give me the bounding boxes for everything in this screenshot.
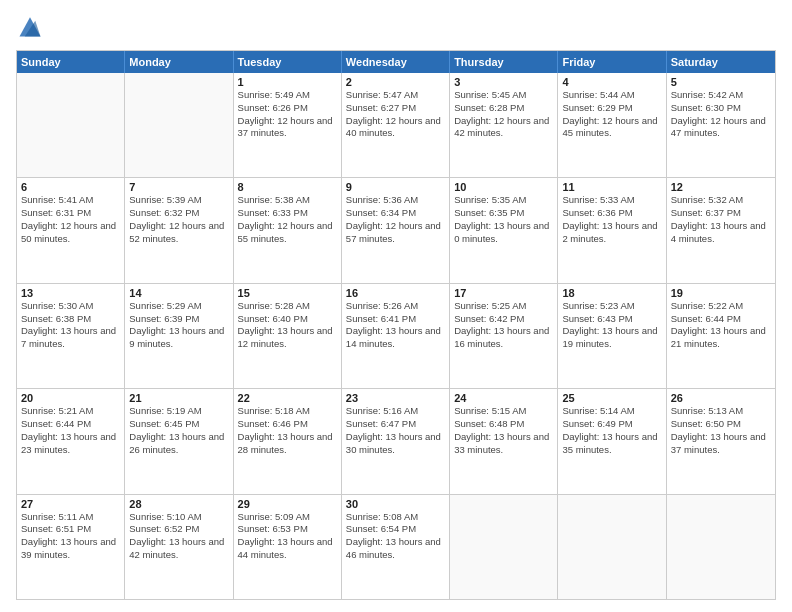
cal-cell: 9Sunrise: 5:36 AM Sunset: 6:34 PM Daylig… [342,178,450,282]
cell-date: 23 [346,392,445,404]
cell-info: Sunrise: 5:33 AM Sunset: 6:36 PM Dayligh… [562,194,661,245]
cell-date: 13 [21,287,120,299]
cal-week-5: 27Sunrise: 5:11 AM Sunset: 6:51 PM Dayli… [17,494,775,599]
cell-date: 26 [671,392,771,404]
cell-info: Sunrise: 5:16 AM Sunset: 6:47 PM Dayligh… [346,405,445,456]
cell-info: Sunrise: 5:41 AM Sunset: 6:31 PM Dayligh… [21,194,120,245]
cell-info: Sunrise: 5:09 AM Sunset: 6:53 PM Dayligh… [238,511,337,562]
cell-info: Sunrise: 5:29 AM Sunset: 6:39 PM Dayligh… [129,300,228,351]
cal-cell [558,495,666,599]
cell-date: 27 [21,498,120,510]
cell-date: 24 [454,392,553,404]
cal-cell [17,73,125,177]
cell-date: 5 [671,76,771,88]
cell-info: Sunrise: 5:44 AM Sunset: 6:29 PM Dayligh… [562,89,661,140]
cell-date: 6 [21,181,120,193]
cal-header-thursday: Thursday [450,51,558,73]
cell-date: 19 [671,287,771,299]
cell-info: Sunrise: 5:23 AM Sunset: 6:43 PM Dayligh… [562,300,661,351]
cell-date: 4 [562,76,661,88]
cell-info: Sunrise: 5:47 AM Sunset: 6:27 PM Dayligh… [346,89,445,140]
cell-date: 7 [129,181,228,193]
cell-info: Sunrise: 5:08 AM Sunset: 6:54 PM Dayligh… [346,511,445,562]
cell-date: 11 [562,181,661,193]
cell-info: Sunrise: 5:18 AM Sunset: 6:46 PM Dayligh… [238,405,337,456]
cal-cell: 29Sunrise: 5:09 AM Sunset: 6:53 PM Dayli… [234,495,342,599]
cal-cell: 14Sunrise: 5:29 AM Sunset: 6:39 PM Dayli… [125,284,233,388]
cell-date: 29 [238,498,337,510]
page: SundayMondayTuesdayWednesdayThursdayFrid… [0,0,792,612]
cell-info: Sunrise: 5:39 AM Sunset: 6:32 PM Dayligh… [129,194,228,245]
cell-info: Sunrise: 5:38 AM Sunset: 6:33 PM Dayligh… [238,194,337,245]
cal-cell: 30Sunrise: 5:08 AM Sunset: 6:54 PM Dayli… [342,495,450,599]
cell-info: Sunrise: 5:14 AM Sunset: 6:49 PM Dayligh… [562,405,661,456]
cal-header-sunday: Sunday [17,51,125,73]
cell-info: Sunrise: 5:49 AM Sunset: 6:26 PM Dayligh… [238,89,337,140]
header [16,12,776,40]
cell-date: 2 [346,76,445,88]
cell-info: Sunrise: 5:10 AM Sunset: 6:52 PM Dayligh… [129,511,228,562]
cell-date: 17 [454,287,553,299]
cal-cell: 27Sunrise: 5:11 AM Sunset: 6:51 PM Dayli… [17,495,125,599]
cell-date: 12 [671,181,771,193]
cal-header-saturday: Saturday [667,51,775,73]
cell-date: 28 [129,498,228,510]
cal-cell: 12Sunrise: 5:32 AM Sunset: 6:37 PM Dayli… [667,178,775,282]
cal-cell: 7Sunrise: 5:39 AM Sunset: 6:32 PM Daylig… [125,178,233,282]
cell-info: Sunrise: 5:19 AM Sunset: 6:45 PM Dayligh… [129,405,228,456]
cell-date: 9 [346,181,445,193]
cell-date: 16 [346,287,445,299]
cal-header-friday: Friday [558,51,666,73]
cell-info: Sunrise: 5:42 AM Sunset: 6:30 PM Dayligh… [671,89,771,140]
cal-cell: 26Sunrise: 5:13 AM Sunset: 6:50 PM Dayli… [667,389,775,493]
cell-date: 3 [454,76,553,88]
calendar: SundayMondayTuesdayWednesdayThursdayFrid… [16,50,776,600]
cell-date: 14 [129,287,228,299]
cal-cell [450,495,558,599]
cal-cell: 22Sunrise: 5:18 AM Sunset: 6:46 PM Dayli… [234,389,342,493]
cal-cell: 10Sunrise: 5:35 AM Sunset: 6:35 PM Dayli… [450,178,558,282]
cal-cell: 6Sunrise: 5:41 AM Sunset: 6:31 PM Daylig… [17,178,125,282]
cell-info: Sunrise: 5:21 AM Sunset: 6:44 PM Dayligh… [21,405,120,456]
cal-cell: 11Sunrise: 5:33 AM Sunset: 6:36 PM Dayli… [558,178,666,282]
cell-date: 1 [238,76,337,88]
cell-info: Sunrise: 5:15 AM Sunset: 6:48 PM Dayligh… [454,405,553,456]
cal-cell: 8Sunrise: 5:38 AM Sunset: 6:33 PM Daylig… [234,178,342,282]
cell-date: 30 [346,498,445,510]
calendar-body: 1Sunrise: 5:49 AM Sunset: 6:26 PM Daylig… [17,73,775,599]
cal-cell: 16Sunrise: 5:26 AM Sunset: 6:41 PM Dayli… [342,284,450,388]
cal-cell: 18Sunrise: 5:23 AM Sunset: 6:43 PM Dayli… [558,284,666,388]
cell-info: Sunrise: 5:11 AM Sunset: 6:51 PM Dayligh… [21,511,120,562]
cal-cell: 24Sunrise: 5:15 AM Sunset: 6:48 PM Dayli… [450,389,558,493]
cell-info: Sunrise: 5:30 AM Sunset: 6:38 PM Dayligh… [21,300,120,351]
cell-date: 15 [238,287,337,299]
cal-week-1: 1Sunrise: 5:49 AM Sunset: 6:26 PM Daylig… [17,73,775,177]
cal-cell: 5Sunrise: 5:42 AM Sunset: 6:30 PM Daylig… [667,73,775,177]
cell-date: 18 [562,287,661,299]
cal-cell: 13Sunrise: 5:30 AM Sunset: 6:38 PM Dayli… [17,284,125,388]
cal-cell: 15Sunrise: 5:28 AM Sunset: 6:40 PM Dayli… [234,284,342,388]
cell-date: 25 [562,392,661,404]
cal-cell: 23Sunrise: 5:16 AM Sunset: 6:47 PM Dayli… [342,389,450,493]
cal-week-4: 20Sunrise: 5:21 AM Sunset: 6:44 PM Dayli… [17,388,775,493]
logo [16,12,48,40]
cal-cell: 1Sunrise: 5:49 AM Sunset: 6:26 PM Daylig… [234,73,342,177]
cell-info: Sunrise: 5:32 AM Sunset: 6:37 PM Dayligh… [671,194,771,245]
cell-info: Sunrise: 5:45 AM Sunset: 6:28 PM Dayligh… [454,89,553,140]
cal-cell: 21Sunrise: 5:19 AM Sunset: 6:45 PM Dayli… [125,389,233,493]
cal-week-2: 6Sunrise: 5:41 AM Sunset: 6:31 PM Daylig… [17,177,775,282]
cal-cell: 2Sunrise: 5:47 AM Sunset: 6:27 PM Daylig… [342,73,450,177]
cal-cell: 25Sunrise: 5:14 AM Sunset: 6:49 PM Dayli… [558,389,666,493]
cell-info: Sunrise: 5:35 AM Sunset: 6:35 PM Dayligh… [454,194,553,245]
cal-header-wednesday: Wednesday [342,51,450,73]
cell-info: Sunrise: 5:26 AM Sunset: 6:41 PM Dayligh… [346,300,445,351]
cell-info: Sunrise: 5:22 AM Sunset: 6:44 PM Dayligh… [671,300,771,351]
cal-cell: 17Sunrise: 5:25 AM Sunset: 6:42 PM Dayli… [450,284,558,388]
cal-cell: 3Sunrise: 5:45 AM Sunset: 6:28 PM Daylig… [450,73,558,177]
cell-info: Sunrise: 5:25 AM Sunset: 6:42 PM Dayligh… [454,300,553,351]
cal-cell: 19Sunrise: 5:22 AM Sunset: 6:44 PM Dayli… [667,284,775,388]
cal-cell: 28Sunrise: 5:10 AM Sunset: 6:52 PM Dayli… [125,495,233,599]
cal-week-3: 13Sunrise: 5:30 AM Sunset: 6:38 PM Dayli… [17,283,775,388]
cell-date: 22 [238,392,337,404]
cell-date: 10 [454,181,553,193]
